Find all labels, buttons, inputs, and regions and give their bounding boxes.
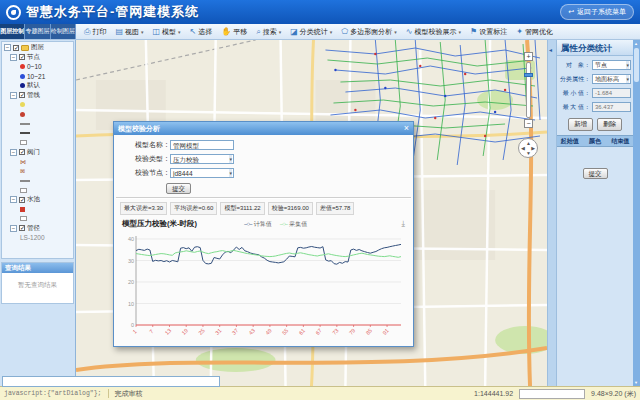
stat-chip: 最大误差=3.30 (120, 202, 167, 215)
attribute-stats-panel: 属性分类统计 对 象：节点分类属性：地面标高最 小 值：-1.684最 大 值：… (556, 40, 633, 386)
tree-expander-icon[interactable]: − (10, 196, 17, 203)
layer-sidebar: −图层−节点0~1010~21默认−管线−阀门⋈⊠−水池−管径LS-1200 查… (0, 40, 76, 386)
svg-text:10: 10 (128, 301, 134, 307)
scroll-up-icon[interactable]: ▲ (634, 41, 638, 46)
layer-checkbox[interactable] (19, 225, 25, 231)
toolbar-button[interactable]: ⬠多边形面分析▾ (337, 26, 400, 38)
dialog-submit-button[interactable]: 提交 (166, 183, 191, 194)
series-计算值 (136, 244, 401, 264)
tree-row: 默认 (2, 81, 73, 91)
svg-text:61: 61 (298, 327, 307, 336)
tree-expander-icon[interactable]: − (10, 54, 17, 61)
dialog-field-control: 压力校验 (170, 154, 234, 164)
back-button-label: 返回子系统菜单 (577, 7, 626, 17)
vertical-scrollbar[interactable]: ▲ ▼ (633, 40, 640, 386)
legend-entry-label: 采集值 (289, 220, 307, 229)
dialog-form-row: 校验类型：压力校验 (120, 154, 407, 164)
tree-expander-icon[interactable]: − (10, 149, 17, 156)
legend-symbol (20, 123, 30, 125)
toolbar-button[interactable]: ◪分类统计▾ (286, 26, 336, 38)
dialog-select[interactable]: jd8444 (170, 168, 234, 178)
toolbar-button[interactable]: ✦管网优化 (512, 26, 557, 38)
polygon-analysis-icon: ⬠ (341, 27, 348, 36)
toolbar-button-label: 选择 (198, 27, 212, 37)
tree-row: −节点 (2, 53, 73, 63)
layer-checkbox[interactable] (19, 92, 25, 98)
zoom-in-button[interactable]: + (524, 52, 533, 61)
toolbar-button-label: 分类统计 (300, 27, 328, 37)
legend-item-label: 0~10 (27, 63, 42, 70)
tree-row: −水池 (2, 195, 73, 205)
stats-icon: ◪ (290, 27, 298, 36)
chevron-down-icon: ▾ (178, 29, 181, 35)
collapse-arrow-icon[interactable]: ◂ (549, 46, 552, 53)
dialog-form: 模型名称：管网模型校验类型：压力校验校验节点：jd8444 (114, 135, 413, 184)
back-to-subsystem-button[interactable]: ↩ 返回子系统菜单 (560, 4, 634, 20)
svg-text:0: 0 (131, 322, 134, 328)
panel-tab[interactable]: 专题图层 (25, 24, 50, 39)
stats-input[interactable]: 36.437 (592, 102, 631, 112)
toolbar-button[interactable]: ∿模型校验展示▾ (402, 26, 465, 38)
tree-expander-icon[interactable]: − (4, 44, 11, 51)
toolbar-button-label: 模型 (162, 27, 176, 37)
bottom-dock-input[interactable] (2, 376, 220, 387)
layer-checkbox[interactable] (19, 54, 25, 60)
tree-row (2, 186, 73, 196)
tree-row: LS-1200 (2, 233, 73, 243)
pressure-chart: 010203040171319253137434955616773798591 (114, 229, 413, 343)
stats-submit-button[interactable]: 提交 (583, 168, 608, 179)
toolbar-button[interactable]: ◫模型▾ (148, 26, 184, 38)
svg-text:13: 13 (164, 327, 173, 336)
dialog-title: 模型校验分析 (118, 124, 160, 134)
range-table-header-cell: 颜色 (582, 136, 607, 146)
zoom-out-button[interactable]: − (524, 119, 533, 128)
pan-east-icon[interactable]: ▶ (531, 145, 535, 151)
statusbar-divider (108, 389, 109, 398)
tree-expander-icon[interactable]: − (10, 92, 17, 99)
tree-row: −图层 (2, 43, 73, 53)
dialog-input[interactable]: 管网模型 (170, 140, 234, 150)
stats-form-row: 最 大 值：36.437 (559, 102, 631, 112)
toolbar-button-label: 设置标注 (479, 27, 507, 37)
download-icon[interactable]: ⤓ (401, 219, 405, 229)
svg-text:85: 85 (365, 327, 374, 336)
panel-tab[interactable]: 图层控制 (0, 24, 25, 39)
chevron-down-icon: ▾ (394, 29, 397, 35)
verification-stats-row: 最大误差=3.30平均误差=0.60模型=3111.22校验=3169.00差值… (114, 199, 413, 217)
toolbar-button[interactable]: ⌕搜索▾ (252, 26, 285, 38)
dialog-select[interactable]: 压力校验 (170, 154, 234, 164)
toolbar-button[interactable]: ▤视图▾ (111, 26, 147, 38)
add-range-button[interactable]: 新增 (568, 118, 593, 131)
close-icon[interactable]: × (404, 124, 409, 133)
toolbar-button[interactable]: ⚑设置标注 (466, 26, 511, 38)
legend-symbol (20, 180, 30, 182)
dialog-field-label: 模型名称： (120, 140, 170, 150)
layer-checkbox[interactable] (19, 149, 25, 155)
delete-range-button[interactable]: 删除 (597, 118, 622, 131)
toolbar-button[interactable]: ↖选择 (186, 26, 217, 38)
layer-checkbox[interactable] (13, 45, 19, 51)
zoom-slider-handle[interactable] (524, 73, 533, 77)
legend-item-label: 默认 (27, 81, 40, 90)
stats-input[interactable]: -1.684 (592, 88, 631, 98)
toolbar-button[interactable]: ✋平移 (217, 26, 251, 38)
panel-tab[interactable]: 绘制图层 (51, 24, 76, 39)
chevron-down-icon: ▾ (279, 29, 282, 35)
tree-expander-icon[interactable]: − (10, 225, 17, 232)
chevron-down-icon: ▾ (330, 29, 333, 35)
pan-west-icon[interactable]: ◀ (521, 145, 525, 151)
stats-select[interactable]: 节点 (592, 60, 631, 70)
scrollbar-thumb[interactable] (634, 48, 639, 82)
toolbar-button[interactable]: ⎙打印 (80, 26, 110, 38)
scroll-down-icon[interactable]: ▼ (634, 380, 638, 385)
layer-checkbox[interactable] (19, 197, 25, 203)
zoom-slider-track[interactable] (526, 62, 531, 118)
panel-splitter[interactable]: ◂ (547, 40, 556, 386)
dialog-title-bar[interactable]: 模型校验分析 × (114, 122, 413, 135)
map-pan-control[interactable]: ▲ ▼ ◀ ▶ (518, 138, 538, 158)
stats-select[interactable]: 地面标高 (592, 74, 631, 84)
layer-group-label: 管径 (27, 224, 40, 233)
stat-chip: 差值=57.78 (316, 202, 355, 215)
tree-row: −管径 (2, 224, 73, 234)
dialog-field-label: 校验类型： (120, 154, 170, 164)
